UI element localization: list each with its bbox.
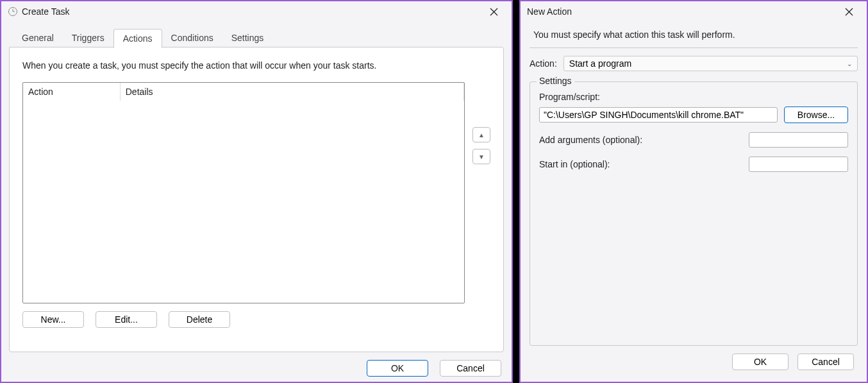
- action-select-value: Start a program: [569, 58, 631, 69]
- tab-general[interactable]: General: [13, 29, 63, 48]
- tabstrip: General Triggers Actions Conditions Sett…: [13, 28, 504, 47]
- new-button[interactable]: New...: [22, 311, 84, 328]
- arguments-label: Add arguments (optional):: [539, 135, 642, 145]
- new-action-dialog: New Action You must specify what action …: [519, 0, 868, 383]
- action-select[interactable]: Start a program ⌄: [563, 56, 858, 71]
- titlebar: New Action: [521, 1, 867, 22]
- program-script-label: Program/script:: [539, 92, 600, 102]
- divider: [530, 47, 858, 48]
- window-title: New Action: [527, 6, 836, 17]
- column-header-action[interactable]: Action: [23, 83, 120, 101]
- close-button[interactable]: [481, 3, 506, 21]
- startin-input[interactable]: [749, 157, 848, 172]
- close-button[interactable]: [836, 3, 862, 21]
- move-down-button[interactable]: ▼: [472, 149, 490, 164]
- actions-list[interactable]: Action Details: [22, 82, 465, 303]
- tab-actions[interactable]: Actions: [113, 29, 162, 48]
- tab-settings[interactable]: Settings: [222, 29, 273, 48]
- cancel-button[interactable]: Cancel: [440, 360, 501, 377]
- delete-button[interactable]: Delete: [169, 311, 230, 328]
- panel-instruction: When you create a task, you must specify…: [22, 60, 490, 71]
- arguments-input[interactable]: [749, 132, 848, 148]
- instruction-text: You must specify what action this task w…: [533, 30, 858, 40]
- ok-button[interactable]: OK: [367, 360, 428, 377]
- tab-panel-actions: When you create a task, you must specify…: [9, 47, 504, 352]
- tab-conditions[interactable]: Conditions: [162, 29, 222, 48]
- column-header-details[interactable]: Details: [120, 83, 463, 101]
- action-label: Action:: [530, 58, 557, 69]
- cancel-button[interactable]: Cancel: [797, 353, 854, 370]
- move-up-button[interactable]: ▲: [472, 127, 490, 142]
- startin-label: Start in (optional):: [539, 159, 610, 169]
- triangle-down-icon: ▼: [478, 153, 485, 160]
- chevron-down-icon: ⌄: [847, 60, 852, 67]
- tab-triggers[interactable]: Triggers: [63, 29, 113, 48]
- window-title: Create Task: [22, 6, 481, 17]
- ok-button[interactable]: OK: [732, 353, 789, 370]
- close-icon: [490, 8, 498, 16]
- clock-icon: [8, 6, 18, 17]
- close-icon: [845, 8, 853, 16]
- triangle-up-icon: ▲: [478, 132, 485, 139]
- edit-button[interactable]: Edit...: [96, 311, 157, 328]
- settings-group-title: Settings: [537, 76, 574, 86]
- create-task-dialog: Create Task General Triggers Actions Con…: [0, 0, 513, 383]
- program-script-input[interactable]: [539, 107, 778, 123]
- settings-groupbox: Settings Program/script: Browse... Add a…: [530, 81, 858, 346]
- browse-button[interactable]: Browse...: [784, 106, 848, 123]
- titlebar: Create Task: [1, 1, 512, 22]
